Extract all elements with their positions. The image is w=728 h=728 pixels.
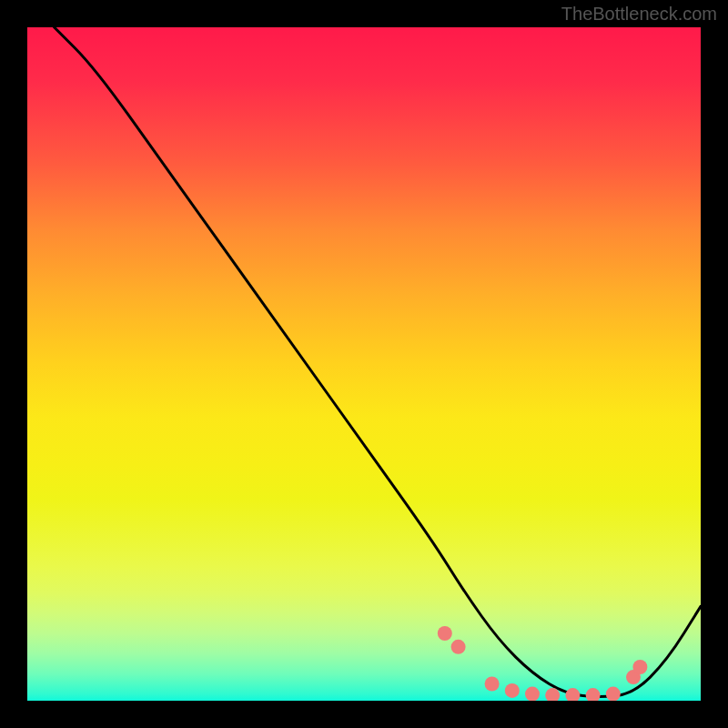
chart-svg: [27, 27, 701, 701]
chart-marker-dot: [485, 677, 500, 692]
chart-marker-dot: [451, 640, 466, 654]
chart-marker-dot: [606, 687, 621, 701]
chart-marker-dot: [565, 688, 580, 701]
chart-markers: [438, 626, 648, 701]
chart-marker-dot: [632, 660, 647, 674]
watermark-text: TheBottleneck.com: [561, 4, 717, 25]
chart-plot-area: [27, 27, 701, 701]
chart-line: [55, 27, 701, 696]
chart-marker-dot: [438, 626, 452, 641]
chart-marker-dot: [505, 683, 520, 698]
chart-marker-dot: [586, 688, 601, 701]
chart-marker-dot: [545, 688, 560, 701]
chart-marker-dot: [525, 687, 540, 701]
